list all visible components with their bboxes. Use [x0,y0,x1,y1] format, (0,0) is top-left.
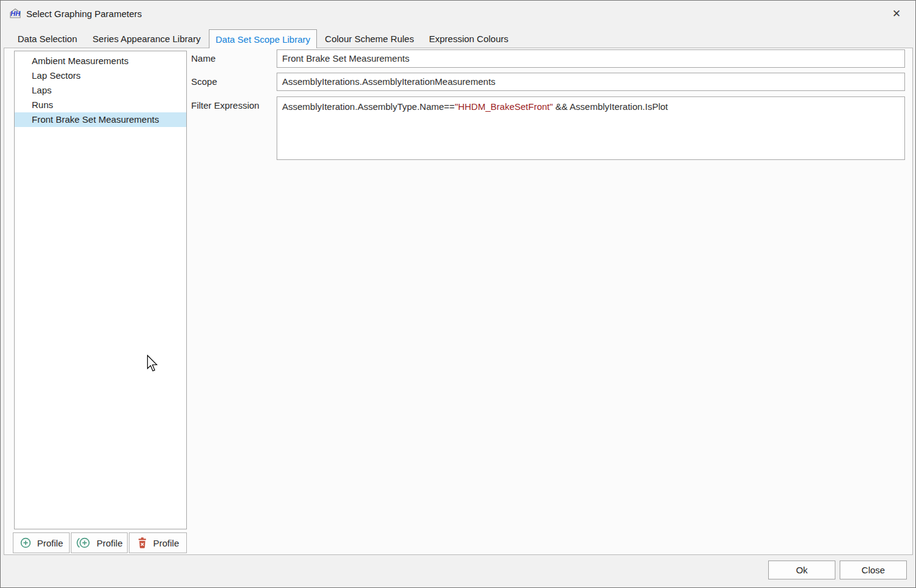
svg-text:HH: HH [10,10,21,17]
trash-icon [137,537,148,549]
filter-expression-field[interactable]: AssemblyIteration.AssemblyType.Name=="HH… [277,96,905,160]
dialog-window: HH Select Graphing Parameters ✕ Data Sel… [0,0,916,588]
app-logo-icon: HH [9,7,22,20]
filter-expression-prefix: AssemblyIteration.AssemblyType.Name== [282,101,455,112]
add-profile-label: Profile [37,538,64,548]
close-icon: ✕ [892,7,901,20]
delete-profile-button[interactable]: Profile [129,532,187,553]
titlebar-close-button[interactable]: ✕ [885,4,908,23]
list-item-front-brake-set-measurements[interactable]: Front Brake Set Measurements [15,112,186,127]
circle-plus-icon [20,537,32,549]
list-item-lap-sectors[interactable]: Lap Sectors [15,68,186,83]
delete-profile-label: Profile [153,538,180,548]
name-field[interactable]: Front Brake Set Measurements [277,49,905,68]
name-label: Name [191,53,216,64]
list-item-runs[interactable]: Runs [15,98,186,112]
tab-data-set-scope-library[interactable]: Data Set Scope Library [209,29,317,48]
scope-list: Ambient Measurements Lap Sectors Laps Ru… [14,51,187,529]
close-button[interactable]: Close [840,561,907,579]
scope-label: Scope [191,76,217,87]
filter-expression-string: "HHDM_BrakeSetFront" [455,101,553,112]
copy-profile-button[interactable]: Profile [71,532,128,553]
copy-profile-label: Profile [96,538,123,548]
scope-field[interactable]: AssemblyIterations.AssemblyIterationMeas… [277,73,905,91]
title-bar: HH Select Graphing Parameters ✕ [1,1,915,29]
tab-series-appearance-library[interactable]: Series Appearance Library [85,29,208,48]
tab-colour-scheme-rules[interactable]: Colour Scheme Rules [318,29,421,48]
filter-expression-suffix: && AssemblyIteration.IsPlot [553,101,667,112]
list-item-laps[interactable]: Laps [15,83,186,98]
copy-plus-icon [76,537,91,549]
filter-expression-label: Filter Expression [191,100,260,111]
window-title: Select Graphing Parameters [26,9,142,19]
add-profile-button[interactable]: Profile [13,532,70,553]
tab-expression-colours[interactable]: Expression Colours [422,29,515,48]
ok-button[interactable]: Ok [768,561,835,579]
list-item-ambient-measurements[interactable]: Ambient Measurements [15,54,186,68]
tab-data-selection[interactable]: Data Selection [10,29,84,48]
